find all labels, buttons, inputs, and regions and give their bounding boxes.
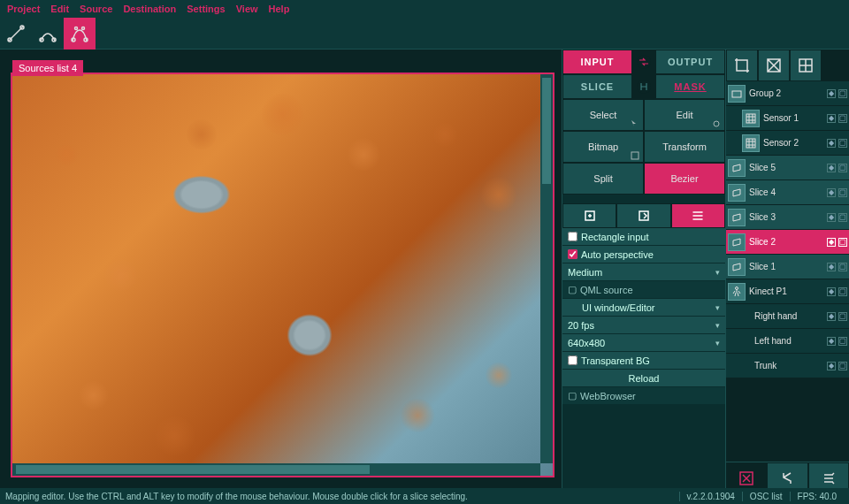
slice-icon — [731, 163, 742, 173]
slice-tab[interactable]: SLICE — [562, 74, 632, 99]
import-icon — [583, 209, 597, 223]
layer-slice-3[interactable]: Slice 3◆▢ — [726, 205, 849, 230]
line-icon — [7, 25, 25, 42]
tool-bezier[interactable]: Bezier — [644, 163, 725, 195]
cursor-icon — [631, 119, 639, 128]
image-icon — [631, 151, 639, 160]
top-toolbar — [0, 18, 849, 50]
prop-fps[interactable]: 20 fps — [562, 317, 725, 334]
trans-bg-checkbox[interactable] — [568, 355, 577, 365]
prop-auto-perspective[interactable]: Auto perspective — [562, 246, 725, 263]
panel-tab-export[interactable] — [616, 203, 670, 228]
svg-rect-11 — [631, 152, 639, 159]
svg-rect-13 — [746, 114, 755, 123]
curve-icon — [39, 25, 57, 42]
status-osc[interactable]: OSC list — [742, 492, 790, 501]
folder-icon — [731, 88, 742, 99]
tool-transform[interactable]: Transform — [644, 131, 725, 163]
gear-icon — [712, 119, 721, 128]
tool-edit[interactable]: Edit — [644, 99, 725, 131]
menu-help[interactable]: Help — [269, 4, 290, 14]
layer-slice-1[interactable]: Slice 1◆▢ — [726, 255, 849, 279]
layer-group-2[interactable]: Group 2◆▢ — [726, 81, 849, 106]
tool-split[interactable]: Split — [562, 163, 644, 195]
layer-slice-4[interactable]: Slice 4◆▢ — [726, 180, 849, 205]
menu-destination[interactable]: Destination — [123, 4, 176, 14]
layer-slice-2[interactable]: Slice 2◆▢ — [726, 230, 849, 255]
status-version: v.2.2.0.1904 — [679, 492, 742, 501]
bezier-complex-icon — [71, 25, 88, 42]
output-tab[interactable]: OUTPUT — [655, 50, 725, 74]
grid-small-icon — [746, 113, 756, 124]
prop-transparent-bg[interactable]: Transparent BG — [562, 352, 725, 370]
collapse-icon — [820, 470, 838, 487]
prop-resolution[interactable]: 640x480 — [562, 334, 725, 352]
prop-rectangle-input[interactable]: Rectangle input — [562, 228, 725, 246]
input-tab[interactable]: INPUT — [562, 50, 632, 74]
io-swap-icon[interactable] — [632, 50, 655, 74]
prop-qml-editor[interactable]: UI window/Editor — [562, 299, 725, 317]
export-icon — [637, 209, 651, 223]
layer-left-hand[interactable]: Left hand◆▢ — [726, 329, 849, 354]
prop-qml-header[interactable]: ▢QML source — [562, 281, 725, 299]
properties-panel: INPUT OUTPUT SLICE MASK Select Edit Bitm… — [562, 50, 725, 490]
tool-line[interactable] — [0, 18, 32, 50]
layers-panel: Group 2◆▢ Sensor 1◆▢ Sensor 2◆▢ Slice 5◆… — [725, 50, 849, 490]
svg-point-6 — [75, 27, 78, 30]
menu-project[interactable]: Project — [7, 4, 40, 14]
svg-rect-14 — [746, 139, 755, 148]
menu-view[interactable]: View — [236, 4, 258, 14]
slice-icon — [731, 187, 742, 198]
slice-icon — [731, 237, 742, 248]
skeleton-icon — [731, 286, 742, 297]
statusbar: Mapping editor. Use the CTRL and ALT key… — [0, 488, 849, 504]
rect-input-checkbox[interactable] — [568, 232, 577, 241]
tool-bitmap[interactable]: Bitmap — [562, 131, 644, 163]
grid-icon — [797, 57, 815, 74]
svg-point-7 — [82, 27, 85, 30]
tool-select[interactable]: Select — [562, 99, 644, 131]
status-fps: FPS: 40.0 — [790, 492, 844, 501]
layer-right-hand[interactable]: Right hand◆▢ — [726, 304, 849, 329]
auto-persp-checkbox[interactable] — [568, 249, 577, 259]
grid-small-icon — [746, 138, 756, 149]
menu-source[interactable]: Source — [80, 4, 112, 14]
prop-quality[interactable]: Medium — [562, 263, 725, 281]
crop-icon — [733, 57, 751, 74]
slice-icon — [731, 212, 742, 223]
mesh-icon — [765, 57, 783, 74]
panel-tab-import[interactable] — [562, 203, 616, 228]
x-square-icon — [738, 470, 755, 487]
scrollbar-vertical[interactable] — [540, 74, 553, 463]
tool-curve[interactable] — [32, 18, 64, 50]
svg-point-8 — [637, 55, 651, 69]
prop-reload-button[interactable]: Reload — [562, 370, 725, 387]
canvas[interactable] — [11, 73, 555, 477]
layer-mesh[interactable] — [758, 50, 790, 81]
sliders-icon — [691, 209, 705, 223]
layer-slice-5[interactable]: Slice 5◆▢ — [726, 156, 849, 180]
prop-web-header[interactable]: ▢WebBrowser — [562, 387, 725, 405]
svg-point-10 — [714, 121, 719, 126]
branch-icon — [778, 470, 796, 487]
panel-tab-settings[interactable] — [671, 203, 725, 228]
layer-trunk[interactable]: Trunk◆▢ — [726, 354, 849, 378]
layer-grid[interactable] — [790, 50, 822, 81]
menu-edit[interactable]: Edit — [50, 4, 69, 14]
source-label: Sources list 4 — [12, 60, 83, 76]
scrollbar-horizontal[interactable] — [12, 463, 540, 476]
sm-swap-icon[interactable] — [632, 74, 655, 99]
layer-kinect[interactable]: Kinect P1◆▢ — [726, 279, 849, 304]
menubar: Project Edit Source Destination Settings… — [0, 0, 849, 18]
menu-settings[interactable]: Settings — [187, 4, 225, 14]
layer-crop[interactable] — [726, 50, 758, 81]
viewport[interactable]: Sources list 4 — [0, 50, 562, 490]
tool-bezier-complex[interactable] — [64, 18, 96, 50]
layer-sensor-2[interactable]: Sensor 2◆▢ — [726, 131, 849, 156]
status-hint: Mapping editor. Use the CTRL and ALT key… — [5, 492, 468, 501]
slice-icon — [731, 262, 742, 272]
layer-sensor-1[interactable]: Sensor 1◆▢ — [726, 106, 849, 131]
svg-rect-12 — [732, 91, 741, 97]
mask-tab[interactable]: MASK — [655, 74, 725, 99]
